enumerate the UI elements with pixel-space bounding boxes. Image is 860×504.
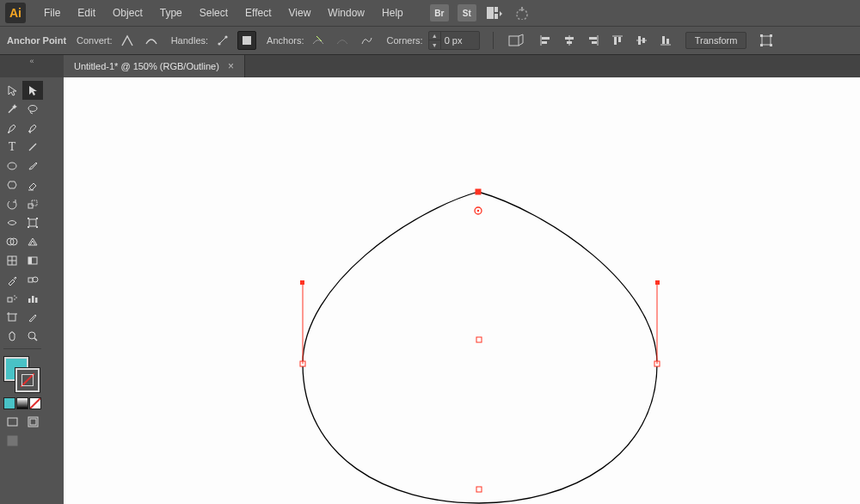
menu-file[interactable]: File [36,3,68,22]
scale-tool[interactable] [22,194,43,213]
isolate-button[interactable] [507,31,525,50]
zoom-tool[interactable] [22,327,43,346]
svg-line-34 [9,107,15,113]
mesh-tool[interactable] [2,251,22,270]
eyedropper-tool[interactable] [2,270,22,289]
transform-button[interactable]: Transform [685,32,747,49]
menu-window[interactable]: Window [320,3,372,22]
arrange-documents-button[interactable] [485,4,504,22]
color-swatch[interactable] [3,356,41,394]
type-tool[interactable]: T [2,138,22,157]
handle-hide-icon [240,34,254,47]
svg-rect-16 [567,41,572,44]
slice-tool[interactable] [22,308,43,327]
svg-rect-71 [8,418,17,426]
shaper-tool[interactable] [2,175,22,194]
paintbrush-tool[interactable] [22,157,43,175]
gradient-mode-button[interactable] [16,397,28,409]
shape-builder-tool[interactable] [2,232,22,251]
rotate-tool[interactable] [2,194,22,213]
align-left-button[interactable] [536,31,555,50]
stock-button[interactable]: St [458,4,476,22]
corners-step-down[interactable]: ▼ [429,40,440,49]
screen-mode-present-button[interactable] [2,431,22,450]
align-right-button[interactable] [584,31,603,50]
svg-rect-42 [29,219,36,226]
svg-rect-24 [638,36,641,45]
shape-path[interactable] [303,192,657,503]
align-hcenter-button[interactable] [560,31,579,50]
handles-show-button[interactable] [213,31,232,50]
handle-right[interactable] [655,280,660,285]
align-bottom-button[interactable] [656,31,675,50]
direct-selection-tool[interactable] [22,81,43,100]
blend-tool[interactable] [22,270,43,289]
close-icon[interactable]: × [228,60,234,72]
none-mode-button[interactable] [29,397,41,409]
convert-smooth-button[interactable] [142,31,161,50]
convert-corner-button[interactable] [118,31,137,50]
align-top-button[interactable] [608,31,627,50]
svg-rect-60 [28,298,31,303]
anchor-remove-button[interactable] [309,31,328,50]
screen-mode-full-button[interactable] [22,412,43,431]
gpu-preview-button[interactable] [513,4,531,22]
lasso-tool[interactable] [22,100,43,119]
divider [493,32,494,49]
anchor-connect-button[interactable] [357,31,376,50]
column-graph-tool[interactable] [22,289,43,308]
canvas[interactable] [64,77,860,504]
direct-selection-icon [27,84,39,96]
menu-help[interactable]: Help [374,3,411,22]
menu-view[interactable]: View [281,3,319,22]
free-transform-tool[interactable] [22,213,43,232]
handle-left[interactable] [300,280,304,285]
anchor-bottom[interactable] [476,487,482,492]
document-tab[interactable]: Untitled-1* @ 150% (RGB/Outline) × [64,55,245,77]
anchor-add-button[interactable] [333,31,352,50]
menu-type[interactable]: Type [152,3,190,22]
panel-collapse-handle[interactable]: « [0,55,64,77]
align-vcenter-button[interactable] [632,31,651,50]
rectangle-tool[interactable] [2,157,22,175]
pen-tool[interactable] [2,119,22,138]
svg-rect-18 [589,37,597,40]
gradient-tool[interactable] [22,251,43,270]
magic-wand-tool[interactable] [2,100,22,119]
screen-mode-normal-button[interactable] [2,412,22,431]
anchor-center[interactable] [476,337,482,342]
transform-each-button[interactable] [757,31,776,50]
curvature-tool[interactable] [22,119,43,138]
symbol-sprayer-tool[interactable] [2,289,22,308]
shape-builder-icon [6,236,18,248]
width-tool[interactable] [2,213,22,232]
selection-tool[interactable] [2,81,22,100]
type-icon: T [9,141,16,153]
menu-effect[interactable]: Effect [237,3,279,22]
menu-object[interactable]: Object [105,3,150,22]
anchor-add-icon [335,34,349,47]
handles-hide-button[interactable] [237,31,256,50]
artboard-tool[interactable] [2,308,22,327]
stroke-swatch[interactable] [15,368,40,392]
svg-rect-13 [542,41,547,44]
svg-rect-21 [614,37,617,45]
mesh-icon [6,255,18,267]
bridge-button[interactable]: Br [430,4,449,22]
menu-select[interactable]: Select [192,3,236,22]
scale-icon [27,198,39,210]
rectangle-icon [6,160,18,172]
menu-edit[interactable]: Edit [70,3,103,22]
anchor-top[interactable] [476,189,481,194]
svg-rect-31 [770,34,772,37]
corners-step-up[interactable]: ▲ [429,32,440,40]
paintbrush-icon [27,160,39,172]
hand-tool[interactable] [2,327,22,346]
eraser-tool[interactable] [22,175,43,194]
line-tool[interactable] [22,138,43,157]
svg-rect-29 [762,36,771,45]
corners-input[interactable] [441,35,479,46]
perspective-tool[interactable] [22,232,43,251]
convert-group: Convert: [77,31,161,50]
color-mode-button[interactable] [3,397,15,409]
